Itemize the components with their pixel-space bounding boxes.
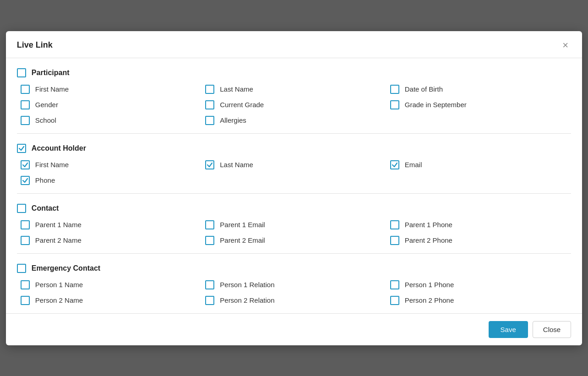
field-item-p_allergies: Allergies <box>205 116 386 125</box>
checkbox-p_school[interactable] <box>21 116 30 125</box>
field-label-p_first_name: First Name <box>35 85 69 93</box>
modal-header: Live Link × <box>6 31 582 58</box>
field-label-p_last_name: Last Name <box>220 85 253 93</box>
checkbox-ec_p1_name[interactable] <box>21 280 30 289</box>
field-label-ec_p1_phone: Person 1 Phone <box>405 281 454 289</box>
checkbox-ec_p1_relation[interactable] <box>205 280 214 289</box>
field-item-p_current_grade: Current Grade <box>205 100 386 109</box>
close-button[interactable]: Close <box>533 321 571 338</box>
field-label-ah_phone: Phone <box>35 176 55 184</box>
checkbox-c_p1_name[interactable] <box>21 220 30 229</box>
field-item-ec_p1_relation: Person 1 Relation <box>205 280 386 289</box>
section-title-account_holder: Account Holder <box>32 144 86 153</box>
field-item-p_gender: Gender <box>21 100 201 109</box>
section-title-participant: Participant <box>32 69 70 77</box>
section-title-contact: Contact <box>32 204 59 213</box>
field-item-ah_phone: Phone <box>21 176 201 185</box>
field-item-c_p2_name: Parent 2 Name <box>21 236 201 245</box>
field-label-ec_p1_relation: Person 1 Relation <box>220 281 274 289</box>
field-label-c_p1_email: Parent 1 Email <box>220 221 265 229</box>
field-label-c_p1_name: Parent 1 Name <box>35 221 82 229</box>
checkbox-ec_p2_phone[interactable] <box>390 296 399 305</box>
field-item-c_p1_phone: Parent 1 Phone <box>390 220 571 229</box>
checkbox-header-participant[interactable] <box>17 68 26 77</box>
checkbox-p_allergies[interactable] <box>205 116 214 125</box>
field-label-c_p2_phone: Parent 2 Phone <box>405 236 452 244</box>
field-label-p_grade_sept: Grade in September <box>405 101 467 109</box>
field-label-c_p2_name: Parent 2 Name <box>35 236 82 244</box>
fields-grid-contact: Parent 1 Name Parent 1 Email Parent 1 Ph… <box>17 220 571 245</box>
checkbox-ah_phone[interactable] <box>21 176 30 185</box>
checkbox-ec_p2_name[interactable] <box>21 296 30 305</box>
field-label-ec_p2_relation: Person 2 Relation <box>220 296 274 304</box>
modal-dialog: Live Link × Participant First Name Last … <box>6 31 582 345</box>
modal-body: Participant First Name Last Name Date of… <box>6 58 582 313</box>
field-item-ec_p2_name: Person 2 Name <box>21 296 201 305</box>
checkbox-ec_p1_phone[interactable] <box>390 280 399 289</box>
field-label-ah_email: Email <box>405 161 422 169</box>
checkbox-ah_last_name[interactable] <box>205 160 214 169</box>
field-label-p_allergies: Allergies <box>220 116 246 124</box>
field-label-ah_first_name: First Name <box>35 161 69 169</box>
checkbox-header-account_holder[interactable] <box>17 144 26 153</box>
field-label-p_gender: Gender <box>35 101 58 109</box>
field-item-p_grade_sept: Grade in September <box>390 100 571 109</box>
section-participant: Participant First Name Last Name Date of… <box>17 58 571 134</box>
field-label-ec_p2_name: Person 2 Name <box>35 296 83 304</box>
field-item-p_school: School <box>21 116 201 125</box>
checkbox-c_p1_phone[interactable] <box>390 220 399 229</box>
modal-close-icon[interactable]: × <box>560 39 571 51</box>
field-label-ah_last_name: Last Name <box>220 161 253 169</box>
checkbox-p_first_name[interactable] <box>21 85 30 94</box>
checkbox-p_gender[interactable] <box>21 100 30 109</box>
field-label-ec_p2_phone: Person 2 Phone <box>405 296 454 304</box>
checkbox-p_current_grade[interactable] <box>205 100 214 109</box>
field-label-p_dob: Date of Birth <box>405 85 443 93</box>
section-title-emergency_contact: Emergency Contact <box>32 264 100 272</box>
field-item-ah_email: Email <box>390 160 571 169</box>
field-item-ec_p1_phone: Person 1 Phone <box>390 280 571 289</box>
checkbox-header-emergency_contact[interactable] <box>17 264 26 273</box>
field-label-c_p1_phone: Parent 1 Phone <box>405 221 452 229</box>
section-header-contact: Contact <box>17 204 571 213</box>
checkbox-ec_p2_relation[interactable] <box>205 296 214 305</box>
field-item-p_dob: Date of Birth <box>390 85 571 94</box>
field-item-c_p1_name: Parent 1 Name <box>21 220 201 229</box>
checkbox-header-contact[interactable] <box>17 204 26 213</box>
field-item-c_p2_phone: Parent 2 Phone <box>390 236 571 245</box>
field-item-ah_last_name: Last Name <box>205 160 386 169</box>
checkbox-ah_email[interactable] <box>390 160 399 169</box>
field-label-p_current_grade: Current Grade <box>220 101 264 109</box>
fields-grid-participant: First Name Last Name Date of Birth Gende… <box>17 85 571 125</box>
checkbox-c_p1_email[interactable] <box>205 220 214 229</box>
fields-grid-emergency_contact: Person 1 Name Person 1 Relation Person 1… <box>17 280 571 305</box>
section-header-account_holder: Account Holder <box>17 144 571 153</box>
field-item-p_first_name: First Name <box>21 85 201 94</box>
field-item-c_p1_email: Parent 1 Email <box>205 220 386 229</box>
checkbox-p_dob[interactable] <box>390 85 399 94</box>
field-item-ah_first_name: First Name <box>21 160 201 169</box>
field-item-ec_p2_relation: Person 2 Relation <box>205 296 386 305</box>
fields-grid-account_holder: First Name Last Name Email Phone <box>17 160 571 185</box>
save-button[interactable]: Save <box>489 321 528 338</box>
field-label-c_p2_email: Parent 2 Email <box>220 236 265 244</box>
modal-title: Live Link <box>17 40 53 50</box>
checkbox-p_grade_sept[interactable] <box>390 100 399 109</box>
field-label-ec_p1_name: Person 1 Name <box>35 281 83 289</box>
section-account_holder: Account Holder First Name Last Name Emai… <box>17 134 571 194</box>
section-header-emergency_contact: Emergency Contact <box>17 264 571 273</box>
modal-footer: Save Close <box>6 313 582 345</box>
checkbox-p_last_name[interactable] <box>205 85 214 94</box>
checkbox-c_p2_name[interactable] <box>21 236 30 245</box>
checkbox-c_p2_phone[interactable] <box>390 236 399 245</box>
field-item-c_p2_email: Parent 2 Email <box>205 236 386 245</box>
checkbox-ah_first_name[interactable] <box>21 160 30 169</box>
field-item-p_last_name: Last Name <box>205 85 386 94</box>
field-item-ec_p1_name: Person 1 Name <box>21 280 201 289</box>
section-header-participant: Participant <box>17 68 571 77</box>
modal-overlay: Live Link × Participant First Name Last … <box>0 0 588 376</box>
section-emergency_contact: Emergency Contact Person 1 Name Person 1… <box>17 254 571 313</box>
checkbox-c_p2_email[interactable] <box>205 236 214 245</box>
field-label-p_school: School <box>35 116 56 124</box>
field-item-ec_p2_phone: Person 2 Phone <box>390 296 571 305</box>
